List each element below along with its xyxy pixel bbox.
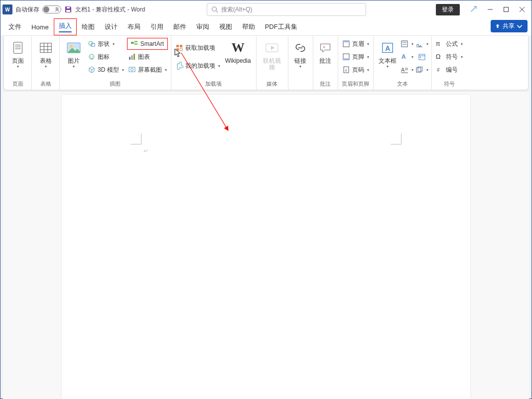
svg-rect-50	[402, 44, 406, 45]
wikipedia-button[interactable]: W Wikipedia	[223, 38, 253, 65]
link-button[interactable]: 链接 ▾	[289, 38, 311, 70]
document-page[interactable]: ↵	[62, 95, 470, 399]
table-label: 表格	[40, 58, 52, 64]
tab-design[interactable]: 设计	[100, 19, 123, 34]
title-right: 登录	[436, 4, 530, 15]
group-label-media: 媒体	[266, 80, 277, 89]
screenshot-button[interactable]: 屏幕截图▾	[127, 64, 168, 76]
equation-button[interactable]: π公式▾	[435, 38, 464, 50]
symbol-button[interactable]: Ω符号▾	[435, 51, 464, 63]
svg-rect-59	[420, 57, 421, 58]
chart-button[interactable]: 图表	[127, 51, 168, 63]
login-button[interactable]: 登录	[436, 4, 460, 15]
symbol-label: 符号	[446, 53, 458, 61]
comment-button[interactable]: + 批注	[314, 38, 336, 65]
svg-point-18	[70, 45, 73, 48]
svg-rect-34	[176, 45, 179, 47]
group-label-symbols: 符号	[444, 80, 455, 89]
group-header-footer: 页眉▾ 页脚▾ #页码▾ 页眉和页脚	[338, 36, 374, 90]
group-symbols: π公式▾ Ω符号▾ #编号 符号	[432, 36, 467, 90]
share-button[interactable]: 共享	[491, 20, 528, 32]
pagenumber-button[interactable]: #页码▾	[341, 64, 370, 76]
pages-button[interactable]: 页面 ▾	[7, 38, 29, 70]
tab-pdf[interactable]: PDF工具集	[260, 19, 302, 34]
tab-references[interactable]: 引用	[145, 19, 168, 34]
picture-icon	[65, 39, 83, 57]
svg-rect-5	[504, 7, 509, 12]
datetime-button[interactable]	[415, 51, 428, 63]
chevron-down-icon: ▾	[387, 64, 389, 69]
signature-button[interactable]: ▾	[415, 38, 428, 50]
my-addins-button[interactable]: 我的加载项▾	[174, 60, 221, 72]
tab-view[interactable]: 视图	[214, 19, 237, 34]
autosave-toggle[interactable]: 关	[42, 5, 61, 13]
pagenumber-label: 页码	[352, 66, 364, 74]
tab-mailings[interactable]: 邮件	[168, 19, 191, 34]
group-label-pages: 页面	[12, 80, 23, 89]
tab-layout[interactable]: 布局	[123, 19, 145, 34]
chevron-down-icon: ▾	[411, 42, 413, 46]
get-addins-button[interactable]: 获取加载项	[174, 42, 221, 54]
minimize-button[interactable]	[487, 6, 494, 13]
document-title: 文档1 - 兼容性模式 - Word	[75, 5, 145, 14]
smartart-label: SmartArt	[140, 40, 164, 47]
margin-corner-tl	[131, 133, 141, 144]
header-button[interactable]: 页眉▾	[341, 38, 370, 50]
online-video-button[interactable]: 联机视频	[260, 38, 285, 72]
shapes-icon	[88, 40, 96, 48]
svg-rect-61	[418, 67, 422, 71]
dropcap-button[interactable]: A▾	[400, 64, 413, 76]
tab-review[interactable]: 审阅	[191, 19, 214, 34]
tab-help[interactable]: 帮助	[237, 19, 260, 34]
comment-icon: +	[316, 39, 334, 57]
svg-rect-32	[129, 67, 135, 72]
document-area: ↵	[3, 92, 529, 399]
table-button[interactable]: 表格 ▾	[35, 38, 57, 70]
comment-label: 批注	[319, 58, 331, 64]
link-icon	[291, 39, 309, 57]
number-button[interactable]: #编号	[435, 64, 464, 76]
svg-rect-29	[129, 57, 131, 60]
tab-file[interactable]: 文件	[3, 19, 26, 34]
svg-rect-35	[180, 45, 182, 47]
picture-button[interactable]: 图片 ▾	[63, 38, 85, 70]
cube-icon	[88, 66, 96, 74]
paragraph-mark: ↵	[143, 147, 148, 154]
autosave-state: 关	[55, 6, 59, 13]
quickparts-button[interactable]: ▾	[400, 38, 413, 50]
icons-icon	[88, 53, 96, 61]
chevron-down-icon: ▾	[122, 68, 124, 72]
wordart-button[interactable]: A▾	[400, 51, 413, 63]
smartart-button[interactable]: SmartArt	[127, 38, 168, 50]
tab-draw[interactable]: 绘图	[77, 19, 100, 34]
icons-button[interactable]: 图标	[87, 51, 125, 63]
tab-insert[interactable]: 插入	[54, 18, 77, 36]
coming-soon-icon[interactable]	[469, 5, 478, 14]
chevron-down-icon: ▾	[367, 42, 369, 46]
shapes-button[interactable]: 形状▾	[87, 38, 125, 50]
chevron-down-icon: ▾	[17, 64, 19, 69]
object-button[interactable]: ▾	[415, 64, 428, 76]
search-box[interactable]: 搜索(Alt+Q)	[207, 3, 366, 16]
wordart-icon: A	[400, 53, 408, 61]
save-icon[interactable]	[64, 5, 72, 13]
close-button[interactable]	[519, 6, 526, 13]
footer-button[interactable]: 页脚▾	[341, 51, 370, 63]
svg-line-3	[216, 11, 218, 13]
store-icon	[175, 44, 183, 52]
group-illustrations: 图片 ▾ 形状▾ 图标 3D 模型▾	[60, 36, 171, 90]
maximize-button[interactable]	[503, 6, 510, 13]
textbox-button[interactable]: A 文本框 ▾	[377, 38, 399, 70]
textbox-label: 文本框	[379, 58, 397, 64]
chevron-down-icon	[517, 23, 523, 29]
svg-rect-1	[67, 7, 70, 8]
group-label-headerfooter: 页眉和页脚	[342, 80, 369, 89]
equation-label: 公式	[446, 40, 458, 48]
svg-point-2	[212, 7, 217, 11]
chart-icon	[128, 53, 136, 61]
3dmodel-button[interactable]: 3D 模型▾	[87, 64, 125, 76]
number-label: 编号	[446, 66, 458, 74]
tab-home[interactable]: Home	[26, 20, 54, 34]
svg-rect-24	[131, 42, 133, 44]
group-label-tables: 表格	[40, 80, 51, 89]
